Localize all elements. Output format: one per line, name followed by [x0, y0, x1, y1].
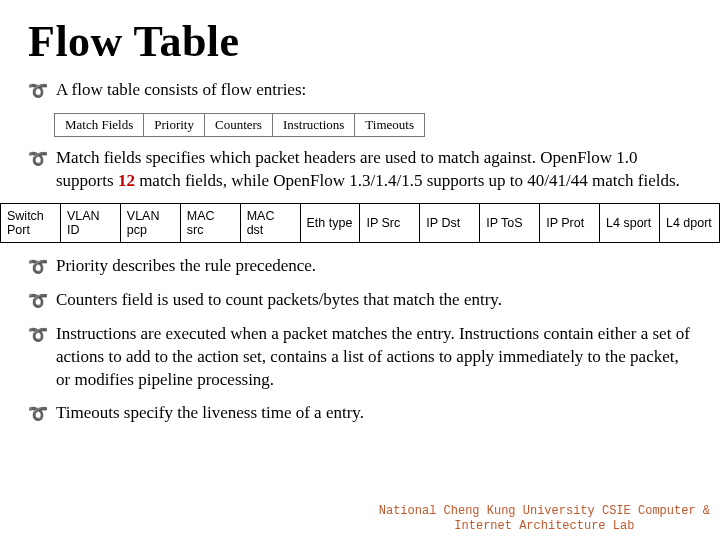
bullet-instructions: ➰ Instructions are executed when a packe…	[28, 323, 692, 392]
highlight-number: 12	[118, 171, 135, 190]
match-header: Switch Port	[1, 203, 61, 242]
match-header: Eth type	[300, 203, 360, 242]
bullet-priority: ➰ Priority describes the rule precedence…	[28, 255, 692, 279]
match-header: VLAN pcp	[120, 203, 180, 242]
match-header: VLAN ID	[60, 203, 120, 242]
bullet-text: A flow table consists of flow entries:	[56, 79, 692, 102]
footer-line: Internet Architecture Lab	[379, 519, 710, 534]
entry-field: Match Fields	[55, 114, 144, 137]
bullet-text: Priority describes the rule precedence.	[56, 255, 692, 278]
bullet-icon: ➰	[28, 255, 48, 279]
match-header: L4 dport	[659, 203, 719, 242]
text-span: match fields, while OpenFlow 1.3/1.4/1.5…	[135, 171, 680, 190]
match-fields-table: Switch Port VLAN ID VLAN pcp MAC src MAC…	[0, 203, 720, 243]
bullet-matchfields: ➰ Match fields specifies which packet he…	[28, 147, 692, 193]
bullet-icon: ➰	[28, 323, 48, 347]
entry-fields-table: Match Fields Priority Counters Instructi…	[54, 113, 425, 137]
match-header: L4 sport	[600, 203, 660, 242]
match-header: IP ToS	[480, 203, 540, 242]
entry-field: Priority	[144, 114, 205, 137]
bullet-icon: ➰	[28, 289, 48, 313]
match-header: IP Dst	[420, 203, 480, 242]
bullet-icon: ➰	[28, 79, 48, 103]
page-title: Flow Table	[28, 16, 692, 67]
match-header: IP Prot	[540, 203, 600, 242]
footer-attribution: National Cheng Kung University CSIE Comp…	[379, 504, 710, 534]
match-header: MAC src	[180, 203, 240, 242]
bullet-text: Match fields specifies which packet head…	[56, 147, 692, 193]
match-fields-box: Switch Port VLAN ID VLAN pcp MAC src MAC…	[0, 203, 720, 243]
bullet-icon: ➰	[28, 402, 48, 426]
bullet-counters: ➰ Counters field is used to count packet…	[28, 289, 692, 313]
match-header: MAC dst	[240, 203, 300, 242]
slide: Flow Table ➰ A flow table consists of fl…	[0, 0, 720, 540]
entry-field: Timeouts	[355, 114, 425, 137]
bullet-text: Instructions are executed when a packet …	[56, 323, 692, 392]
bullet-text: Counters field is used to count packets/…	[56, 289, 692, 312]
bullet-text: Timeouts specify the liveness time of a …	[56, 402, 692, 425]
bullet-icon: ➰	[28, 147, 48, 171]
bullet-entries: ➰ A flow table consists of flow entries:	[28, 79, 692, 103]
bullet-timeouts: ➰ Timeouts specify the liveness time of …	[28, 402, 692, 426]
entry-field: Counters	[204, 114, 272, 137]
match-header: IP Src	[360, 203, 420, 242]
footer-line: National Cheng Kung University CSIE Comp…	[379, 504, 710, 519]
entry-field: Instructions	[272, 114, 354, 137]
entry-fields-box: Match Fields Priority Counters Instructi…	[54, 113, 692, 137]
